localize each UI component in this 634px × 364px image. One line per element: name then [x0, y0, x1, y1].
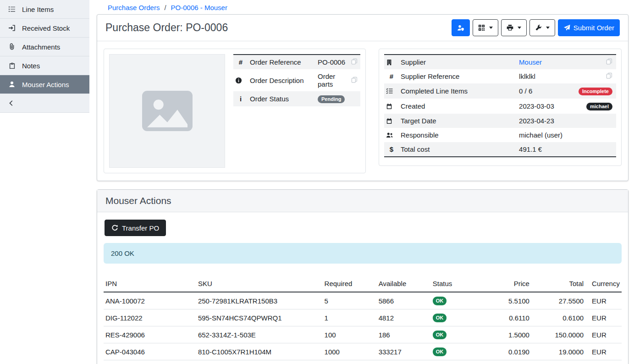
status-badge: Pending	[318, 95, 345, 103]
detail-value: lklklkl	[517, 69, 577, 83]
sign-in-icon	[8, 24, 16, 32]
users-icon	[386, 132, 397, 139]
user-badge: michael	[586, 103, 612, 110]
detail-value: Order parts	[316, 69, 348, 91]
cell-required: 100	[323, 326, 377, 343]
sidebar-item-mouser-actions[interactable]: Mouser Actions	[0, 75, 89, 94]
list-icon	[8, 6, 16, 13]
cell-ipn: CAP-043046	[104, 343, 196, 360]
copy-icon[interactable]	[351, 77, 358, 83]
column-header-status: Status	[431, 276, 477, 292]
cell-required: 1	[323, 309, 377, 326]
breadcrumb-po-link[interactable]: PO-0006 - Mouser	[171, 4, 227, 11]
ok-badge: OK	[433, 314, 447, 322]
detail-label: Order Status	[248, 91, 316, 106]
cell-price: 1.5000	[477, 326, 531, 343]
copy-icon[interactable]	[351, 58, 358, 65]
building-icon	[386, 59, 397, 66]
column-header-ipn: IPN	[104, 276, 196, 292]
cell-ipn: ANA-100044	[104, 360, 196, 364]
cell-required: 5	[323, 292, 377, 309]
user-actions-button[interactable]	[452, 19, 470, 36]
detail-row-target-date: Target Date 2023-04-23	[384, 114, 616, 128]
sidebar-collapse-button[interactable]	[0, 94, 89, 113]
cell-sku: 810-C1005X7R1H104M	[196, 343, 323, 360]
caret-down-icon	[546, 27, 550, 29]
column-header-currency: Currency	[585, 276, 622, 292]
detail-label: Order Description	[248, 69, 316, 91]
transfer-po-label: Transfer PO	[122, 224, 159, 232]
transfer-po-button[interactable]: Transfer PO	[105, 220, 166, 236]
cell-total: 19.0000	[531, 343, 585, 360]
cell-available: 333217	[377, 343, 431, 360]
cell-price: 0.6110	[477, 309, 531, 326]
main-content: Purchase Orders / PO-0006 - Mouser Purch…	[89, 0, 634, 364]
sidebar: Line Items Received Stock Attachments No…	[0, 0, 89, 364]
copy-icon[interactable]	[606, 72, 612, 79]
table-row: ANA-100044 926-LMC7101QM5/NOPB 25 6963 O…	[104, 360, 622, 364]
sidebar-item-label: Mouser Actions	[22, 81, 69, 88]
caret-down-icon	[489, 27, 493, 29]
sidebar-item-line-items[interactable]: Line Items	[0, 0, 89, 19]
cell-ipn: DIG-112022	[104, 309, 196, 326]
detail-value: 0 / 6	[517, 83, 577, 99]
print-menu-button[interactable]	[501, 19, 527, 36]
detail-row-supplier-reference: # Supplier Reference lklklkl	[384, 69, 616, 83]
supplier-details-table: Supplier Mouser # Supplier Reference lkl…	[384, 54, 616, 157]
detail-label: Supplier	[399, 55, 517, 69]
ok-badge: OK	[433, 331, 447, 339]
list-check-icon	[386, 88, 397, 94]
detail-value: PO-0006	[316, 55, 348, 69]
wrench-icon	[535, 24, 542, 31]
detail-label: Completed Line Items	[399, 83, 517, 99]
detail-label: Order Reference	[248, 55, 316, 69]
caret-down-icon	[518, 27, 521, 29]
supplier-link[interactable]: Mouser	[519, 58, 542, 66]
detail-value: 491.1 €	[517, 142, 577, 157]
sidebar-item-notes[interactable]: Notes	[0, 56, 89, 75]
breadcrumb-separator: /	[164, 4, 166, 11]
detail-row-order-reference: # Order Reference PO-0006	[233, 55, 360, 69]
hash-icon: #	[239, 58, 243, 66]
status-alert: 200 OK	[104, 243, 622, 264]
printer-icon	[507, 24, 513, 31]
copy-icon[interactable]	[606, 58, 612, 65]
admin-menu-button[interactable]	[529, 19, 555, 36]
breadcrumb-purchase-orders-link[interactable]: Purchase Orders	[108, 4, 160, 11]
cell-currency: EUR	[585, 326, 622, 343]
image-placeholder-icon	[137, 81, 198, 141]
order-image-placeholder[interactable]	[109, 54, 225, 168]
cell-price: 1.4000	[477, 360, 531, 364]
calendar-icon	[386, 118, 397, 124]
supplier-details-box: Supplier Mouser # Supplier Reference lkl…	[379, 49, 622, 166]
purchase-order-card-header: Purchase Order: PO-0006	[97, 15, 628, 41]
cell-available: 4812	[377, 309, 431, 326]
detail-label: Target Date	[399, 114, 517, 128]
mouser-actions-header: Mouser Actions	[97, 190, 628, 212]
detail-value: 2023-04-23	[517, 114, 577, 128]
sidebar-item-label: Attachments	[22, 43, 60, 51]
submit-order-button[interactable]: Submit Order	[558, 19, 620, 36]
cell-sku: 595-SN74HCS74QPWRQ1	[196, 309, 323, 326]
dollar-icon: $	[390, 145, 393, 153]
cell-sku: 250-72981KLRATR150B3	[196, 292, 323, 309]
cell-available: 5866	[377, 292, 431, 309]
app-window: Line Items Received Stock Attachments No…	[0, 0, 634, 364]
sidebar-item-received-stock[interactable]: Received Stock	[0, 19, 89, 38]
detail-value: michael (user)	[517, 128, 577, 142]
user-icon	[8, 81, 16, 88]
cell-total: 35.0000	[531, 360, 585, 364]
ok-badge: OK	[433, 297, 447, 305]
user-shield-icon	[457, 24, 464, 32]
refresh-icon	[111, 225, 118, 232]
column-header-total: Total	[531, 276, 585, 292]
detail-row-supplier: Supplier Mouser	[384, 55, 616, 69]
cell-available: 186	[377, 326, 431, 343]
cell-currency: EUR	[585, 343, 622, 360]
detail-label: Total cost	[399, 142, 517, 157]
purchase-order-card: Purchase Order: PO-0006	[97, 14, 628, 181]
sidebar-item-attachments[interactable]: Attachments	[0, 38, 89, 56]
barcode-menu-button[interactable]	[473, 19, 498, 36]
chevron-left-icon	[8, 100, 15, 106]
detail-row-created: Created 2023-03-03 michael	[384, 99, 616, 114]
